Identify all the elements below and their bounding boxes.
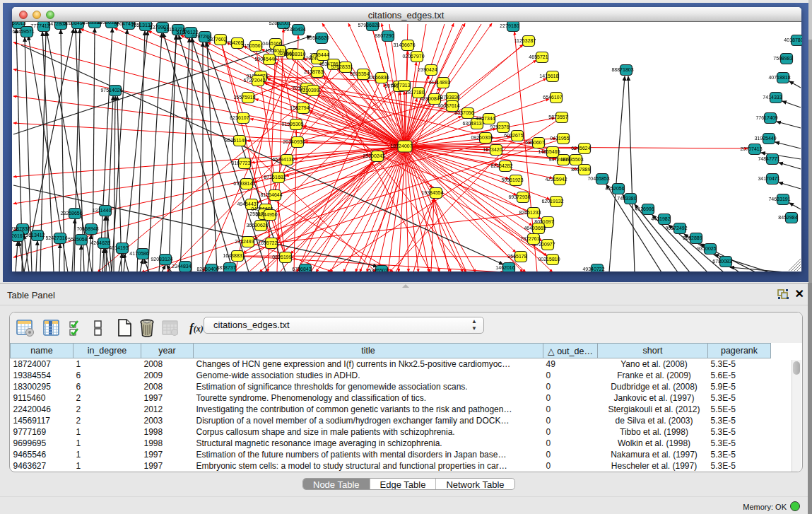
- svg-text:85261149: 85261149: [225, 138, 247, 143]
- svg-text:2344834: 2344834: [172, 264, 191, 269]
- svg-text:34170471: 34170471: [758, 176, 779, 181]
- svg-text:65294130: 65294130: [272, 157, 294, 162]
- svg-text:4655721: 4655721: [529, 54, 548, 59]
- svg-text:09260309: 09260309: [471, 135, 493, 140]
- svg-text:6236107: 6236107: [230, 115, 249, 120]
- svg-text:2332493: 2332493: [235, 239, 254, 244]
- svg-text:20707413: 20707413: [740, 146, 762, 151]
- svg-text:62019132: 62019132: [541, 199, 563, 204]
- svg-text:25300243: 25300243: [363, 153, 384, 158]
- svg-text:6546107: 6546107: [543, 95, 562, 100]
- svg-text:6793814: 6793814: [233, 181, 252, 186]
- svg-text:6002675: 6002675: [504, 133, 523, 138]
- svg-text:51505561: 51505561: [241, 43, 263, 48]
- svg-text:4310399: 4310399: [300, 88, 319, 93]
- svg-text:3167723: 3167723: [231, 160, 250, 165]
- svg-text:87161682: 87161682: [264, 175, 286, 180]
- svg-text:74847771: 74847771: [758, 156, 779, 161]
- svg-text:1311440: 1311440: [93, 208, 112, 213]
- svg-text:77617409: 77617409: [755, 115, 777, 120]
- svg-text:8057889: 8057889: [571, 167, 590, 172]
- svg-text:39548620: 39548620: [307, 35, 329, 40]
- svg-text:31436676: 31436676: [393, 42, 415, 47]
- svg-text:7483380: 7483380: [617, 196, 636, 201]
- svg-text:00215810: 00215810: [538, 257, 560, 262]
- svg-text:2817180: 2817180: [405, 90, 424, 95]
- svg-text:11253287: 11253287: [514, 38, 536, 43]
- svg-text:69372930: 69372930: [508, 194, 530, 199]
- svg-text:31925449: 31925449: [754, 136, 776, 141]
- svg-text:1462016: 1462016: [495, 265, 514, 270]
- svg-text:42315942: 42315942: [545, 177, 567, 182]
- svg-text:52427316: 52427316: [45, 235, 67, 240]
- svg-text:8807290: 8807290: [375, 33, 394, 38]
- svg-text:4170586: 4170586: [129, 251, 148, 256]
- svg-text:52882001: 52882001: [269, 22, 290, 25]
- svg-text:96572492: 96572492: [665, 226, 687, 230]
- svg-text:28159013: 28159013: [12, 22, 26, 25]
- svg-text:35575918: 35575918: [233, 95, 255, 100]
- svg-text:7598983: 7598983: [773, 56, 792, 61]
- svg-text:40037614: 40037614: [437, 103, 459, 108]
- svg-text:82450400: 82450400: [196, 267, 218, 271]
- svg-text:62459571: 62459571: [12, 29, 34, 34]
- svg-text:2279180: 2279180: [500, 23, 519, 28]
- svg-text:2138783: 2138783: [304, 69, 323, 74]
- svg-text:02067970: 02067970: [402, 54, 424, 59]
- svg-text:2565178: 2565178: [507, 254, 526, 259]
- svg-text:8682889: 8682889: [683, 235, 702, 240]
- svg-text:7414333: 7414333: [763, 95, 782, 100]
- svg-text:4018780: 4018780: [784, 37, 802, 42]
- svg-text:70658948: 70658948: [76, 226, 98, 231]
- svg-text:6245624: 6245624: [571, 146, 590, 151]
- svg-text:1673420: 1673420: [483, 147, 502, 152]
- svg-text:1582794: 1582794: [290, 105, 309, 110]
- svg-text:40718818: 40718818: [768, 75, 790, 80]
- svg-text:18724007: 18724007: [390, 144, 412, 148]
- svg-text:4126906: 4126906: [635, 206, 654, 211]
- svg-text:53783830: 53783830: [437, 95, 459, 100]
- svg-text:67272042: 67272042: [243, 78, 265, 83]
- svg-text:92083124: 92083124: [151, 257, 172, 262]
- svg-text:8452984: 8452984: [778, 215, 797, 220]
- svg-text:14865465: 14865465: [538, 149, 560, 154]
- svg-text:97514026: 97514026: [100, 88, 122, 93]
- svg-text:2765444: 2765444: [310, 52, 329, 57]
- svg-text:7972761: 7972761: [520, 236, 539, 241]
- svg-text:6877313: 6877313: [391, 83, 410, 88]
- svg-text:46493665: 46493665: [524, 226, 546, 230]
- svg-text:50961923: 50961923: [501, 177, 523, 182]
- svg-text:49835503: 49835503: [561, 157, 583, 162]
- svg-text:59045440: 59045440: [254, 57, 276, 62]
- svg-text:74633191: 74633191: [768, 197, 790, 201]
- svg-text:4337344: 4337344: [476, 116, 495, 121]
- svg-text:1415618: 1415618: [539, 74, 558, 78]
- svg-text:5515058: 5515058: [68, 237, 87, 242]
- svg-text:9792376: 9792376: [490, 124, 509, 129]
- svg-text:9310025: 9310025: [697, 246, 716, 251]
- svg-text:04844950: 04844950: [255, 212, 277, 217]
- svg-text:13613412: 13613412: [23, 233, 45, 238]
- svg-text:2390424: 2390424: [418, 67, 437, 72]
- svg-text:5326502: 5326502: [368, 268, 387, 271]
- svg-text:20340930: 20340930: [283, 139, 305, 144]
- svg-text:19384554: 19384554: [421, 190, 443, 195]
- svg-text:81264644: 81264644: [260, 192, 282, 197]
- svg-text:8838737: 8838737: [216, 265, 235, 270]
- svg-text:6537056: 6537056: [454, 110, 473, 115]
- svg-text:70455853: 70455853: [587, 176, 609, 181]
- svg-text:26330434: 26330434: [283, 27, 305, 32]
- svg-text:23268656: 23268656: [60, 211, 82, 216]
- svg-text:0431955: 0431955: [550, 136, 569, 141]
- svg-text:6360607: 6360607: [525, 140, 544, 145]
- svg-text:4264628: 4264628: [90, 240, 110, 245]
- svg-text:88871803: 88871803: [611, 67, 633, 72]
- svg-text:4014193: 4014193: [109, 245, 128, 250]
- svg-text:49454437: 49454437: [237, 201, 259, 206]
- svg-text:4431982: 4431982: [651, 216, 670, 221]
- svg-text:0826199: 0826199: [272, 255, 291, 259]
- svg-text:6786843: 6786843: [292, 267, 311, 271]
- svg-text:82254282: 82254282: [490, 163, 512, 168]
- svg-text:36630626: 36630626: [246, 223, 268, 228]
- svg-text:57628331: 57628331: [331, 64, 353, 69]
